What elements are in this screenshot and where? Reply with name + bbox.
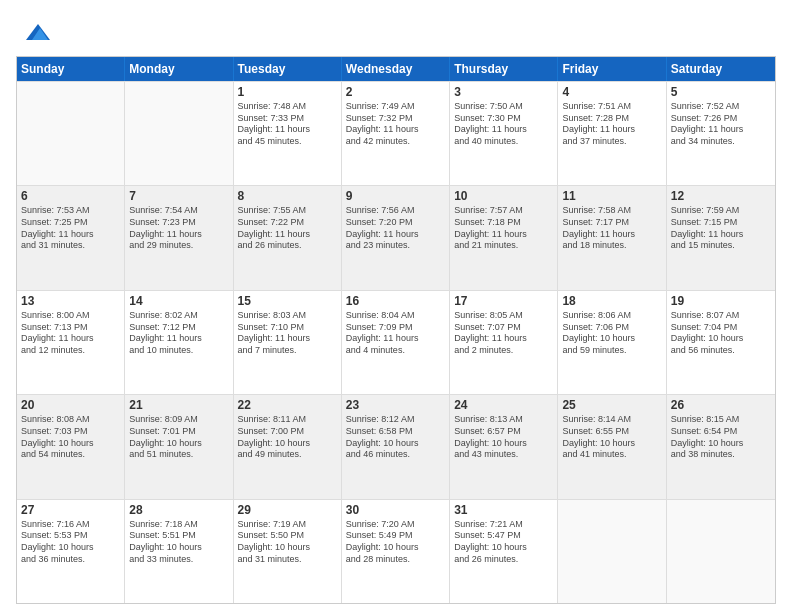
cell-line: and 41 minutes. — [562, 449, 661, 461]
cell-line: Sunset: 7:04 PM — [671, 322, 771, 334]
cell-line: Daylight: 10 hours — [454, 438, 553, 450]
calendar-row-2: 13Sunrise: 8:00 AMSunset: 7:13 PMDayligh… — [17, 290, 775, 394]
cell-line: Sunrise: 8:06 AM — [562, 310, 661, 322]
day-number: 18 — [562, 294, 661, 308]
cell-line: Daylight: 11 hours — [454, 124, 553, 136]
header-day-thursday: Thursday — [450, 57, 558, 81]
cell-line: and 40 minutes. — [454, 136, 553, 148]
header-day-friday: Friday — [558, 57, 666, 81]
day-number: 31 — [454, 503, 553, 517]
day-number: 26 — [671, 398, 771, 412]
cell-line: Daylight: 11 hours — [21, 333, 120, 345]
day-cell-19: 19Sunrise: 8:07 AMSunset: 7:04 PMDayligh… — [667, 291, 775, 394]
day-cell-2: 2Sunrise: 7:49 AMSunset: 7:32 PMDaylight… — [342, 82, 450, 185]
day-cell-8: 8Sunrise: 7:55 AMSunset: 7:22 PMDaylight… — [234, 186, 342, 289]
calendar-body: 1Sunrise: 7:48 AMSunset: 7:33 PMDaylight… — [17, 81, 775, 603]
cell-line: Sunset: 5:51 PM — [129, 530, 228, 542]
cell-line: Sunset: 7:15 PM — [671, 217, 771, 229]
cell-line: Sunrise: 7:53 AM — [21, 205, 120, 217]
cell-line: Daylight: 10 hours — [562, 438, 661, 450]
day-number: 17 — [454, 294, 553, 308]
cell-line: and 21 minutes. — [454, 240, 553, 252]
cell-line: Daylight: 10 hours — [21, 542, 120, 554]
page: SundayMondayTuesdayWednesdayThursdayFrid… — [0, 0, 792, 612]
cell-line: and 12 minutes. — [21, 345, 120, 357]
day-number: 23 — [346, 398, 445, 412]
day-number: 5 — [671, 85, 771, 99]
day-number: 21 — [129, 398, 228, 412]
day-cell-20: 20Sunrise: 8:08 AMSunset: 7:03 PMDayligh… — [17, 395, 125, 498]
cell-line: Daylight: 10 hours — [346, 542, 445, 554]
cell-line: Daylight: 11 hours — [454, 229, 553, 241]
cell-line: Sunrise: 7:54 AM — [129, 205, 228, 217]
cell-line: Sunset: 5:49 PM — [346, 530, 445, 542]
day-number: 6 — [21, 189, 120, 203]
header-day-sunday: Sunday — [17, 57, 125, 81]
cell-line: Sunset: 7:07 PM — [454, 322, 553, 334]
cell-line: Sunrise: 7:56 AM — [346, 205, 445, 217]
day-number: 28 — [129, 503, 228, 517]
cell-line: Sunset: 7:01 PM — [129, 426, 228, 438]
cell-line: Sunrise: 8:05 AM — [454, 310, 553, 322]
cell-line: and 42 minutes. — [346, 136, 445, 148]
cell-line: Sunrise: 8:09 AM — [129, 414, 228, 426]
day-cell-5: 5Sunrise: 7:52 AMSunset: 7:26 PMDaylight… — [667, 82, 775, 185]
cell-line: Sunrise: 8:00 AM — [21, 310, 120, 322]
cell-line: Sunset: 7:23 PM — [129, 217, 228, 229]
cell-line: and 26 minutes. — [238, 240, 337, 252]
cell-line: and 31 minutes. — [238, 554, 337, 566]
cell-line: and 26 minutes. — [454, 554, 553, 566]
cell-line: Daylight: 11 hours — [129, 229, 228, 241]
calendar-header: SundayMondayTuesdayWednesdayThursdayFrid… — [17, 57, 775, 81]
cell-line: and 38 minutes. — [671, 449, 771, 461]
day-number: 25 — [562, 398, 661, 412]
day-number: 9 — [346, 189, 445, 203]
cell-line: Daylight: 10 hours — [238, 542, 337, 554]
calendar-row-3: 20Sunrise: 8:08 AMSunset: 7:03 PMDayligh… — [17, 394, 775, 498]
cell-line: Daylight: 10 hours — [454, 542, 553, 554]
day-number: 13 — [21, 294, 120, 308]
cell-line: and 43 minutes. — [454, 449, 553, 461]
cell-line: and 34 minutes. — [671, 136, 771, 148]
cell-line: and 36 minutes. — [21, 554, 120, 566]
cell-line: Sunset: 6:54 PM — [671, 426, 771, 438]
calendar: SundayMondayTuesdayWednesdayThursdayFrid… — [16, 56, 776, 604]
cell-line: and 46 minutes. — [346, 449, 445, 461]
day-number: 7 — [129, 189, 228, 203]
cell-line: and 54 minutes. — [21, 449, 120, 461]
cell-line: and 23 minutes. — [346, 240, 445, 252]
cell-line: Sunrise: 7:52 AM — [671, 101, 771, 113]
cell-line: Sunrise: 8:13 AM — [454, 414, 553, 426]
cell-line: Daylight: 11 hours — [238, 124, 337, 136]
cell-line: Daylight: 11 hours — [346, 229, 445, 241]
day-cell-12: 12Sunrise: 7:59 AMSunset: 7:15 PMDayligh… — [667, 186, 775, 289]
cell-line: Sunrise: 8:15 AM — [671, 414, 771, 426]
day-cell-14: 14Sunrise: 8:02 AMSunset: 7:12 PMDayligh… — [125, 291, 233, 394]
cell-line: and 4 minutes. — [346, 345, 445, 357]
day-number: 15 — [238, 294, 337, 308]
cell-line: and 28 minutes. — [346, 554, 445, 566]
cell-line: Sunset: 7:12 PM — [129, 322, 228, 334]
day-cell-31: 31Sunrise: 7:21 AMSunset: 5:47 PMDayligh… — [450, 500, 558, 603]
day-cell-15: 15Sunrise: 8:03 AMSunset: 7:10 PMDayligh… — [234, 291, 342, 394]
calendar-row-0: 1Sunrise: 7:48 AMSunset: 7:33 PMDaylight… — [17, 81, 775, 185]
day-number: 10 — [454, 189, 553, 203]
day-number: 24 — [454, 398, 553, 412]
cell-line: Daylight: 10 hours — [671, 438, 771, 450]
cell-line: Sunrise: 7:59 AM — [671, 205, 771, 217]
cell-line: Sunset: 7:33 PM — [238, 113, 337, 125]
cell-line: Daylight: 10 hours — [562, 333, 661, 345]
cell-line: Daylight: 11 hours — [129, 333, 228, 345]
cell-line: and 33 minutes. — [129, 554, 228, 566]
day-number: 29 — [238, 503, 337, 517]
day-cell-11: 11Sunrise: 7:58 AMSunset: 7:17 PMDayligh… — [558, 186, 666, 289]
cell-line: Sunset: 7:30 PM — [454, 113, 553, 125]
cell-line: and 59 minutes. — [562, 345, 661, 357]
cell-line: Daylight: 11 hours — [21, 229, 120, 241]
day-cell-4: 4Sunrise: 7:51 AMSunset: 7:28 PMDaylight… — [558, 82, 666, 185]
cell-line: Sunset: 7:03 PM — [21, 426, 120, 438]
day-cell-29: 29Sunrise: 7:19 AMSunset: 5:50 PMDayligh… — [234, 500, 342, 603]
day-number: 3 — [454, 85, 553, 99]
empty-cell-4-5 — [558, 500, 666, 603]
cell-line: and 49 minutes. — [238, 449, 337, 461]
